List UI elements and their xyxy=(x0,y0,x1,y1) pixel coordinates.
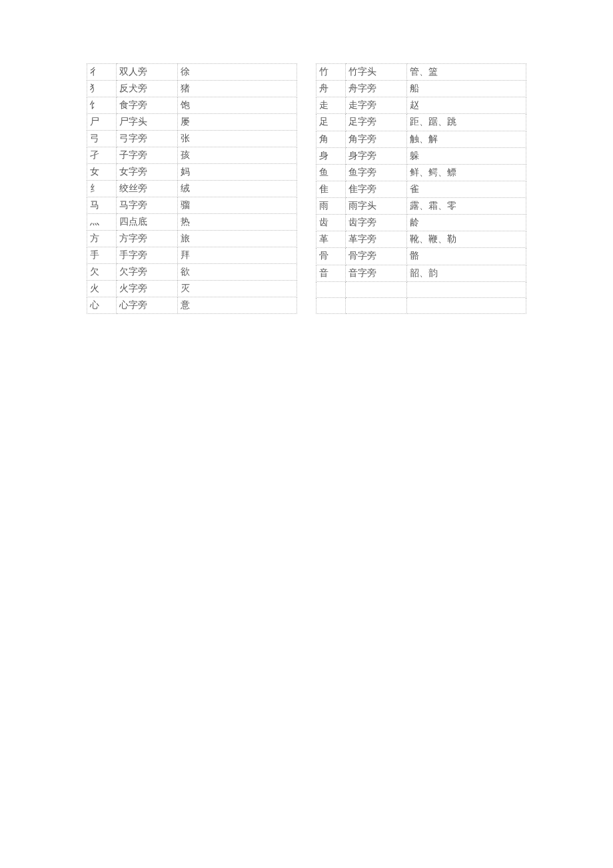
radical-name-cell: 走字旁 xyxy=(345,97,406,114)
table-row: 鱼鱼字旁鲜、鳄、鳔 xyxy=(316,164,526,181)
radical-name-cell: 尸字头 xyxy=(116,114,177,131)
table-row: 弓弓字旁张 xyxy=(87,131,297,147)
radical-cell: 纟 xyxy=(87,181,117,197)
table-row: 方方字旁旅 xyxy=(87,231,297,247)
examples-cell: 管、篮 xyxy=(406,64,526,81)
examples-cell: 徐 xyxy=(177,64,297,81)
radical-cell: 鱼 xyxy=(316,164,346,181)
radical-cell: 舟 xyxy=(316,81,346,97)
table-row: 孑子字旁孩 xyxy=(87,147,297,164)
examples-cell: 屡 xyxy=(177,114,297,131)
radical-cell: 尸 xyxy=(87,114,117,131)
radical-name-cell: 骨字旁 xyxy=(345,248,406,265)
table-row: 竹竹字头管、篮 xyxy=(316,64,526,81)
right-table: 竹竹字头管、篮舟舟字旁船走走字旁赵足足字旁距、踞、跳角角字旁触、解身身字旁躲鱼鱼… xyxy=(316,63,526,314)
radical-cell: 饣 xyxy=(87,97,117,114)
table-row: 隹隹字旁雀 xyxy=(316,181,526,197)
table-row: 骨骨字旁骼 xyxy=(316,248,526,265)
radical-name-cell: 马字旁 xyxy=(116,197,177,214)
radical-cell: 彳 xyxy=(87,64,117,81)
radical-cell: 孑 xyxy=(87,147,117,164)
radical-cell: 火 xyxy=(87,281,117,297)
radical-cell: 心 xyxy=(87,297,117,314)
radical-name-cell: 火字旁 xyxy=(116,281,177,297)
examples-cell: 张 xyxy=(177,131,297,147)
radical-name-cell: 子字旁 xyxy=(116,147,177,164)
tables-container: 彳双人旁徐犭反犬旁猪饣食字旁饱尸尸字头屡弓弓字旁张孑子字旁孩女女字旁妈纟绞丝旁绒… xyxy=(87,63,526,314)
examples-cell: 妈 xyxy=(177,164,297,181)
radical-name-cell: 音字旁 xyxy=(345,265,406,281)
examples-cell: 靴、鞭、勒 xyxy=(406,231,526,248)
radical-cell xyxy=(316,297,346,313)
radical-name-cell: 手字旁 xyxy=(116,247,177,264)
table-row: 饣食字旁饱 xyxy=(87,97,297,114)
examples-cell xyxy=(406,297,526,313)
table-row: 手手字旁拜 xyxy=(87,247,297,264)
radical-name-cell: 鱼字旁 xyxy=(345,164,406,181)
table-row: 灬四点底热 xyxy=(87,214,297,231)
examples-cell: 触、解 xyxy=(406,131,526,147)
examples-cell: 距、踞、跳 xyxy=(406,114,526,131)
radical-name-cell: 欠字旁 xyxy=(116,264,177,281)
table-row: 角角字旁触、解 xyxy=(316,131,526,147)
radical-name-cell: 舟字旁 xyxy=(345,81,406,97)
table-row xyxy=(316,281,526,297)
examples-cell: 孩 xyxy=(177,147,297,164)
radical-cell: 方 xyxy=(87,231,117,247)
radical-cell: 音 xyxy=(316,265,346,281)
radical-name-cell: 女字旁 xyxy=(116,164,177,181)
table-row: 纟绞丝旁绒 xyxy=(87,181,297,197)
radical-name-cell: 食字旁 xyxy=(116,97,177,114)
radical-name-cell: 齿字旁 xyxy=(345,215,406,231)
table-row: 女女字旁妈 xyxy=(87,164,297,181)
radical-name-cell: 身字旁 xyxy=(345,147,406,164)
examples-cell: 灭 xyxy=(177,281,297,297)
examples-cell: 饱 xyxy=(177,97,297,114)
examples-cell: 猪 xyxy=(177,81,297,97)
radical-cell: 走 xyxy=(316,97,346,114)
radical-cell xyxy=(316,281,346,297)
examples-cell: 船 xyxy=(406,81,526,97)
radical-cell: 竹 xyxy=(316,64,346,81)
table-row: 火火字旁灭 xyxy=(87,281,297,297)
radical-name-cell xyxy=(345,297,406,313)
table-row: 身身字旁躲 xyxy=(316,147,526,164)
examples-cell: 旅 xyxy=(177,231,297,247)
radical-cell: 隹 xyxy=(316,181,346,197)
examples-cell xyxy=(406,281,526,297)
radical-name-cell: 竹字头 xyxy=(345,64,406,81)
table-row: 欠欠字旁欲 xyxy=(87,264,297,281)
radical-cell: 角 xyxy=(316,131,346,147)
table-row: 彳双人旁徐 xyxy=(87,64,297,81)
radical-cell: 手 xyxy=(87,247,117,264)
examples-cell: 欲 xyxy=(177,264,297,281)
table-row: 齿齿字旁龄 xyxy=(316,215,526,231)
radical-cell: 足 xyxy=(316,114,346,131)
examples-cell: 躲 xyxy=(406,147,526,164)
table-row: 雨雨字头露、霜、零 xyxy=(316,198,526,215)
radical-cell: 犭 xyxy=(87,81,117,97)
examples-cell: 露、霜、零 xyxy=(406,198,526,215)
table-row: 走走字旁赵 xyxy=(316,97,526,114)
radical-cell: 齿 xyxy=(316,215,346,231)
radical-name-cell: 弓字旁 xyxy=(116,131,177,147)
table-row: 尸尸字头屡 xyxy=(87,114,297,131)
radical-cell: 女 xyxy=(87,164,117,181)
table-row: 音音字旁韶、韵 xyxy=(316,265,526,281)
table-row: 马马字旁骝 xyxy=(87,197,297,214)
radical-name-cell: 足字旁 xyxy=(345,114,406,131)
examples-cell: 龄 xyxy=(406,215,526,231)
radical-cell: 弓 xyxy=(87,131,117,147)
radical-cell: 革 xyxy=(316,231,346,248)
radical-name-cell: 隹字旁 xyxy=(345,181,406,197)
radical-name-cell: 反犬旁 xyxy=(116,81,177,97)
examples-cell: 韶、韵 xyxy=(406,265,526,281)
radical-name-cell xyxy=(345,281,406,297)
examples-cell: 意 xyxy=(177,297,297,314)
examples-cell: 骼 xyxy=(406,248,526,265)
radical-cell: 马 xyxy=(87,197,117,214)
examples-cell: 雀 xyxy=(406,181,526,197)
radical-name-cell: 角字旁 xyxy=(345,131,406,147)
table-row: 足足字旁距、踞、跳 xyxy=(316,114,526,131)
table-row: 心心字旁意 xyxy=(87,297,297,314)
